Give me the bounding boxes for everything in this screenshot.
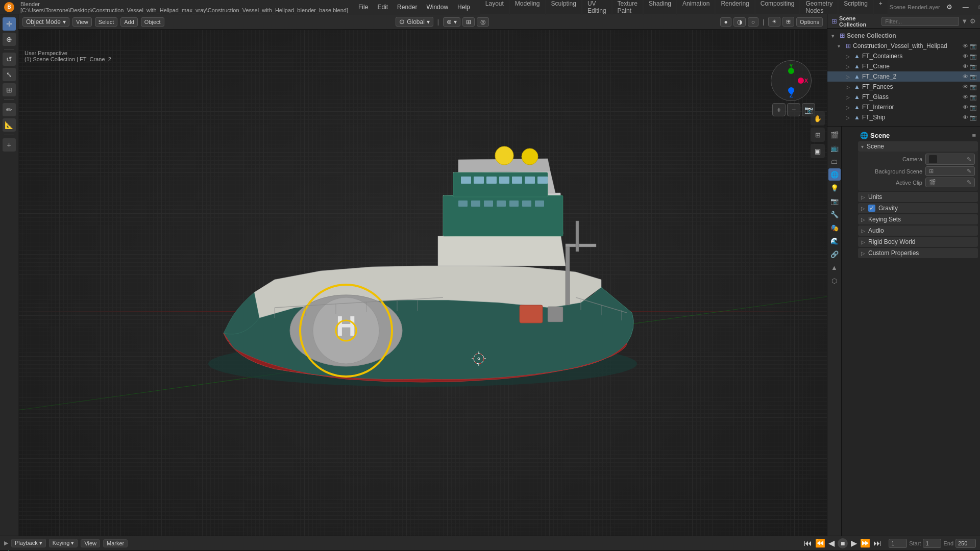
- tab-modeling[interactable]: Modeling: [510, 0, 545, 15]
- camera-edit-icon[interactable]: ✎: [967, 156, 971, 163]
- gizmo-btn[interactable]: ⊞: [782, 17, 794, 27]
- tab-compositing[interactable]: Compositing: [755, 0, 800, 15]
- prop-section-gravity-header[interactable]: ▷ ✓ Gravity: [858, 203, 978, 213]
- prop-tab-world[interactable]: 💡: [828, 182, 841, 194]
- bg-scene-value[interactable]: ⊞ ✎: [925, 166, 975, 176]
- restrict-render-icon[interactable]: 📷: [970, 53, 977, 60]
- tab-shading[interactable]: Shading: [644, 0, 676, 15]
- tree-item-ft-fances[interactable]: ▷ ▲ FT_Fances 👁 📷: [827, 82, 980, 92]
- eye-icon[interactable]: 👁: [963, 114, 968, 121]
- zoom-in-btn[interactable]: +: [772, 103, 786, 116]
- prop-tab-constraints[interactable]: 🔗: [828, 248, 841, 260]
- tree-item-vessel[interactable]: ▾ ⊞ Construction_Vessel_with_Helipad 👁 📷: [827, 41, 980, 51]
- gravity-checkbox[interactable]: ✓: [868, 205, 875, 212]
- playback-menu-btn[interactable]: Playback ▾: [11, 539, 46, 547]
- prop-tab-material[interactable]: ⬡: [828, 274, 841, 287]
- grab-icon[interactable]: ✋: [811, 111, 825, 126]
- eye-icon[interactable]: 👁: [963, 94, 968, 101]
- eye-icon[interactable]: 👁: [963, 73, 968, 80]
- next-frame-btn[interactable]: ▶: [851, 538, 857, 548]
- pivot-dropdown[interactable]: ⊙ Global ▾: [396, 17, 433, 27]
- view-menu-btn[interactable]: View: [81, 539, 100, 547]
- prop-section-units-header[interactable]: ▷ Units: [858, 192, 978, 202]
- active-clip-value[interactable]: 🎬 ✎: [925, 178, 975, 187]
- prop-tab-particles[interactable]: 🎭: [828, 221, 841, 234]
- scale-tool[interactable]: ⤡: [3, 68, 16, 81]
- outliner-search-input[interactable]: [881, 17, 959, 26]
- bg-scene-edit-icon[interactable]: ✎: [967, 168, 971, 174]
- prop-tab-render[interactable]: 🎬: [828, 129, 841, 141]
- restrict-render-icon[interactable]: 📷: [970, 114, 977, 121]
- fly-navigate-btn[interactable]: ⊞: [811, 128, 825, 142]
- jump-to-start-btn[interactable]: ⏮: [804, 539, 812, 548]
- minimize-btn[interactable]: —: [959, 3, 973, 12]
- prop-tab-modifiers[interactable]: 🔧: [828, 208, 841, 220]
- restrict-render-icon[interactable]: 📷: [970, 73, 977, 80]
- select-menu-btn[interactable]: Select: [95, 17, 118, 27]
- prop-tab-output[interactable]: 📺: [828, 142, 841, 154]
- scene-settings-btn[interactable]: ⚙: [942, 2, 957, 12]
- tab-uv-editing[interactable]: UV Editing: [582, 0, 611, 15]
- navigation-gizmo[interactable]: X Y Z: [771, 60, 812, 101]
- tab-texture-paint[interactable]: Texture Paint: [612, 0, 643, 15]
- rotate-tool[interactable]: ↺: [3, 53, 16, 66]
- help-menu[interactable]: Help: [453, 3, 474, 12]
- next-keyframe-btn[interactable]: ⏩: [860, 538, 870, 548]
- transform-tool[interactable]: ⊞: [3, 83, 16, 96]
- shading-rendered-btn[interactable]: ○: [748, 17, 758, 27]
- transform-orientation-dropdown[interactable]: ⊛ ▾: [443, 17, 460, 27]
- tree-item-ft-interrior[interactable]: ▷ ▲ FT_Interrior 👁 📷: [827, 102, 980, 112]
- prev-keyframe-btn[interactable]: ⏪: [815, 538, 825, 548]
- start-frame-input[interactable]: [923, 539, 941, 548]
- tree-item-ft-crane-2[interactable]: ▷ ▲ FT_Crane_2 👁 📷: [827, 71, 980, 82]
- eye-icon[interactable]: 👁: [963, 84, 968, 90]
- prop-section-audio-header[interactable]: ▷ Audio: [858, 226, 978, 236]
- restrict-render-icon[interactable]: 📷: [970, 43, 977, 49]
- prop-tab-scene[interactable]: 🌐: [828, 168, 841, 181]
- eye-icon[interactable]: 👁: [963, 53, 968, 60]
- edit-menu[interactable]: Edit: [373, 3, 392, 12]
- add-menu-btn[interactable]: Add: [120, 17, 138, 27]
- camera-value[interactable]: ✎: [925, 154, 975, 165]
- render-region-btn[interactable]: ▣: [811, 144, 825, 158]
- proportional-edit-dropdown[interactable]: ◎: [477, 17, 489, 27]
- end-frame-input[interactable]: [955, 539, 976, 548]
- snapping-dropdown[interactable]: ⊞: [462, 17, 475, 27]
- restrict-render-icon[interactable]: 📷: [970, 63, 977, 70]
- prop-tab-data[interactable]: ▲: [828, 261, 841, 273]
- object-menu-btn[interactable]: Object: [141, 17, 164, 27]
- marker-menu-btn[interactable]: Marker: [103, 539, 128, 547]
- tab-sculpting[interactable]: Sculpting: [546, 0, 581, 15]
- 3d-viewport-scene[interactable]: H: [18, 30, 827, 536]
- measure-tool[interactable]: 📐: [3, 118, 16, 132]
- play-stop-btn[interactable]: ■: [838, 538, 848, 548]
- prop-tab-physics[interactable]: 🌊: [828, 235, 841, 247]
- prop-tab-object[interactable]: 📷: [828, 195, 841, 207]
- eye-icon[interactable]: 👁: [963, 43, 968, 49]
- prop-section-keying-sets-header[interactable]: ▷ Keying Sets: [858, 214, 978, 224]
- prop-section-custom-props-header[interactable]: ▷ Custom Properties: [858, 248, 978, 258]
- annotate-tool[interactable]: ✏: [3, 103, 16, 116]
- shading-solid-btn[interactable]: ●: [720, 17, 731, 27]
- viewport[interactable]: Object Mode ▾ View Select Add Object ⊙ G…: [18, 14, 827, 536]
- viewport-gizmo[interactable]: X Y Z + − 📷: [771, 60, 817, 106]
- keying-menu-btn[interactable]: Keying ▾: [49, 539, 78, 547]
- tree-item-ft-crane[interactable]: ▷ ▲ FT_Crane 👁 📷: [827, 61, 980, 71]
- cursor-tool[interactable]: ✛: [3, 17, 16, 31]
- current-frame-input[interactable]: [889, 539, 907, 548]
- tab-add[interactable]: +: [874, 0, 888, 15]
- tab-animation[interactable]: Animation: [677, 0, 715, 15]
- eye-icon[interactable]: 👁: [963, 63, 968, 70]
- restrict-render-icon[interactable]: 📷: [970, 104, 977, 111]
- prop-section-rigid-body-header[interactable]: ▷ Rigid Body World: [858, 237, 978, 247]
- outliner-settings-icon[interactable]: ⚙: [970, 17, 976, 25]
- restore-btn[interactable]: □: [975, 3, 980, 12]
- tree-item-scene-collection[interactable]: ▾ ⊞ Scene Collection: [827, 31, 980, 41]
- window-menu[interactable]: Window: [422, 3, 452, 12]
- add-tool[interactable]: +: [3, 138, 16, 152]
- tree-item-ft-glass[interactable]: ▷ ▲ FT_Glass 👁 📷: [827, 92, 980, 102]
- active-clip-edit-icon[interactable]: ✎: [967, 179, 971, 186]
- eye-icon[interactable]: 👁: [963, 104, 968, 111]
- prev-frame-btn[interactable]: ◀: [828, 538, 835, 548]
- zoom-out-btn[interactable]: −: [787, 103, 800, 116]
